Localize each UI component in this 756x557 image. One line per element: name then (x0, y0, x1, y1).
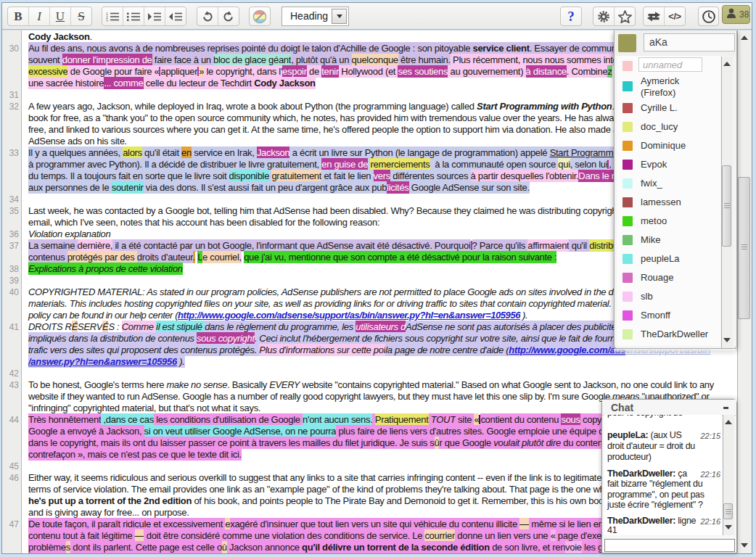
svg-text:3: 3 (106, 19, 108, 22)
